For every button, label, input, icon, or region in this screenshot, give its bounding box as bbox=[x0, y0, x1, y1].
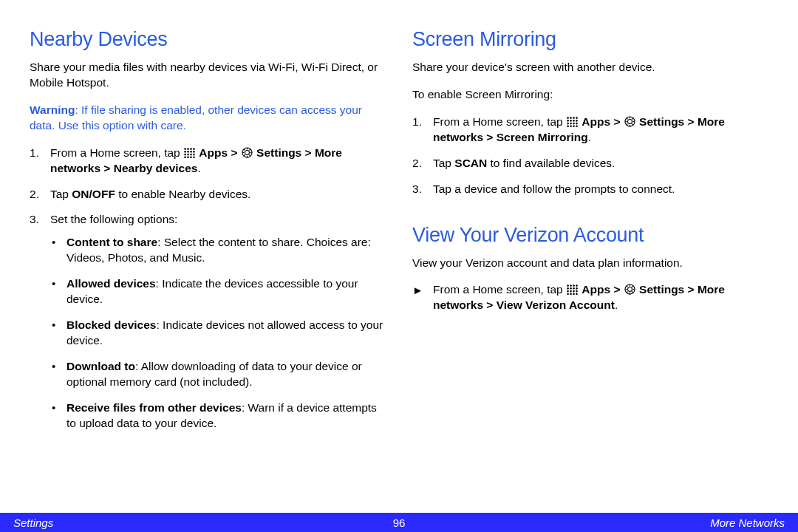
svg-point-64 bbox=[567, 293, 569, 295]
svg-point-8 bbox=[184, 154, 186, 156]
svg-point-2 bbox=[190, 148, 192, 150]
option-content-to-share: Content to share: Select the content to … bbox=[50, 235, 386, 266]
footer-right: More Networks bbox=[710, 516, 785, 529]
svg-point-67 bbox=[576, 293, 578, 295]
warning-text: Warning: If file sharing is enabled, oth… bbox=[30, 103, 386, 134]
svg-line-75 bbox=[632, 292, 632, 293]
option-receive-files: Receive files from other devices: Warn i… bbox=[50, 400, 386, 432]
step-text: Tap bbox=[433, 157, 454, 169]
svg-line-25 bbox=[249, 149, 250, 150]
svg-point-1 bbox=[187, 148, 189, 150]
svg-point-9 bbox=[187, 154, 189, 156]
svg-line-49 bbox=[632, 123, 632, 124]
intro-text: Share your device's screen with another … bbox=[412, 60, 768, 75]
step-text: From a Home screen, tap bbox=[433, 283, 566, 296]
step-text: Set the following options: bbox=[50, 213, 177, 225]
option-label: Content to share bbox=[66, 236, 157, 248]
svg-line-24 bbox=[244, 154, 245, 155]
svg-point-15 bbox=[193, 156, 195, 157]
step-1: From a Home screen, tap Apps > Settings … bbox=[30, 146, 386, 177]
step-period: . bbox=[588, 131, 591, 143]
svg-point-37 bbox=[576, 123, 578, 125]
arrow-icon: ► bbox=[412, 283, 423, 298]
svg-point-34 bbox=[567, 123, 569, 125]
onoff-label: ON/OFF bbox=[72, 188, 115, 200]
steps-mirroring: From a Home screen, tap Apps > Settings … bbox=[412, 115, 768, 197]
step-period: . bbox=[615, 299, 618, 311]
svg-point-13 bbox=[187, 156, 189, 157]
svg-line-50 bbox=[627, 123, 627, 124]
step-text: to enable Nearby devices. bbox=[115, 188, 251, 200]
svg-point-62 bbox=[573, 290, 575, 293]
step-text: From a Home screen, tap bbox=[433, 115, 566, 128]
svg-point-59 bbox=[576, 288, 578, 290]
svg-point-10 bbox=[190, 154, 192, 156]
svg-point-36 bbox=[573, 123, 575, 125]
apps-label: Apps > bbox=[199, 146, 240, 159]
scan-label: SCAN bbox=[454, 157, 487, 169]
heading-screen-mirroring: Screen Mirroring bbox=[412, 28, 768, 51]
step-text: to find available devices. bbox=[487, 157, 615, 169]
svg-point-7 bbox=[193, 151, 195, 153]
svg-point-12 bbox=[184, 156, 186, 157]
footer-page-number: 96 bbox=[393, 516, 406, 529]
svg-point-11 bbox=[193, 154, 195, 156]
svg-line-48 bbox=[627, 118, 627, 119]
apps-label: Apps > bbox=[582, 115, 623, 128]
svg-point-39 bbox=[570, 125, 572, 126]
option-label: Blocked devices bbox=[66, 318, 156, 331]
step-2: Tap ON/OFF to enable Nearby devices. bbox=[30, 187, 386, 202]
svg-point-26 bbox=[567, 117, 569, 119]
svg-point-52 bbox=[567, 285, 569, 287]
svg-line-23 bbox=[249, 154, 250, 155]
svg-point-58 bbox=[573, 288, 575, 290]
step-2: Tap SCAN to find available devices. bbox=[412, 156, 768, 171]
steps-nearby: From a Home screen, tap Apps > Settings … bbox=[30, 146, 386, 432]
svg-point-60 bbox=[567, 290, 569, 293]
svg-point-61 bbox=[570, 290, 572, 293]
left-column: Nearby Devices Share your media files wi… bbox=[30, 28, 386, 502]
svg-point-3 bbox=[193, 148, 195, 150]
right-column: Screen Mirroring Share your device's scr… bbox=[412, 28, 768, 502]
gear-icon bbox=[242, 147, 253, 158]
option-allowed-devices: Allowed devices: Indicate the devices ac… bbox=[50, 276, 386, 307]
svg-point-33 bbox=[576, 120, 578, 122]
svg-point-28 bbox=[573, 117, 575, 119]
svg-point-35 bbox=[570, 123, 572, 125]
gear-icon bbox=[624, 116, 635, 127]
svg-line-74 bbox=[627, 287, 627, 287]
warning-body: : If file sharing is enabled, other devi… bbox=[30, 103, 362, 132]
svg-point-29 bbox=[576, 117, 578, 119]
svg-point-5 bbox=[187, 151, 189, 153]
page-content: Nearby Devices Share your media files wi… bbox=[0, 0, 798, 502]
svg-point-6 bbox=[190, 151, 192, 153]
page-footer: Settings 96 More Networks bbox=[0, 513, 798, 532]
step-text: Tap bbox=[50, 188, 72, 200]
svg-point-17 bbox=[245, 150, 249, 154]
svg-point-32 bbox=[573, 120, 575, 122]
svg-point-53 bbox=[570, 285, 572, 287]
option-blocked-devices: Blocked devices: Indicate devices not al… bbox=[50, 318, 386, 349]
svg-point-40 bbox=[573, 125, 575, 126]
step-3: Set the following options: Content to sh… bbox=[30, 212, 386, 431]
svg-point-4 bbox=[184, 151, 186, 153]
intro-text: Share your media files with nearby devic… bbox=[30, 60, 386, 91]
apps-grid-icon bbox=[567, 117, 578, 126]
svg-point-55 bbox=[576, 285, 578, 287]
svg-point-31 bbox=[570, 120, 572, 122]
apps-label: Apps > bbox=[582, 283, 623, 296]
svg-point-43 bbox=[627, 119, 632, 123]
gear-icon bbox=[624, 284, 635, 295]
svg-point-38 bbox=[567, 125, 569, 126]
svg-line-76 bbox=[627, 292, 627, 293]
option-label: Download to bbox=[66, 360, 135, 372]
option-label: Receive files from other devices bbox=[66, 401, 242, 414]
intro-text: View your Verizon account and data plan … bbox=[412, 256, 768, 271]
svg-point-65 bbox=[570, 293, 572, 295]
svg-point-63 bbox=[576, 290, 578, 293]
svg-point-69 bbox=[627, 287, 632, 292]
step-3: Tap a device and follow the prompts to c… bbox=[412, 182, 768, 197]
svg-point-54 bbox=[573, 285, 575, 287]
options-list: Content to share: Select the content to … bbox=[50, 235, 386, 431]
step-text: From a Home screen, tap bbox=[50, 146, 183, 159]
